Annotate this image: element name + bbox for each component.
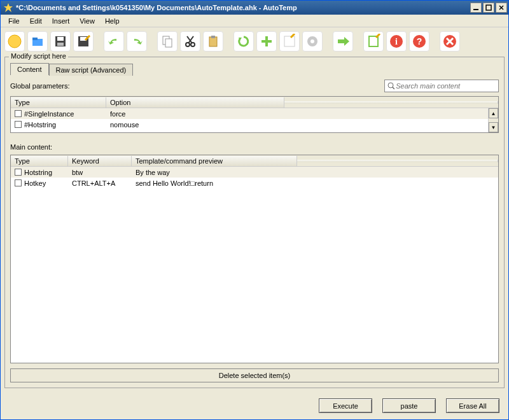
execute-button[interactable]: Execute	[319, 398, 372, 413]
open-icon[interactable]	[27, 31, 48, 52]
main-content-table: Type Keyword Template/command preview Ho…	[10, 155, 499, 363]
search-box[interactable]	[384, 80, 499, 92]
table-row[interactable]: #Hotstring nomouse	[11, 119, 498, 130]
svg-rect-24	[261, 40, 272, 43]
mc-col-preview[interactable]: Template/command preview	[132, 156, 297, 166]
table-row[interactable]: #SingleInstance force	[11, 108, 498, 119]
fieldset-legend: Modify script here	[9, 52, 68, 60]
modify-script-group: Modify script here Content Raw script (A…	[4, 57, 505, 388]
main-content-label: Main content:	[10, 143, 499, 151]
gp-col-type[interactable]: Type	[11, 97, 106, 108]
scroll-down-icon[interactable]: ▼	[489, 122, 498, 132]
new-icon[interactable]	[4, 31, 25, 52]
search-input[interactable]	[394, 81, 496, 90]
erase-all-button[interactable]: Erase All	[446, 398, 499, 413]
svg-rect-25	[284, 36, 295, 46]
svg-point-28	[310, 39, 314, 43]
svg-rect-20	[209, 37, 217, 46]
checkbox[interactable]	[15, 179, 22, 186]
tab-raw-script[interactable]: Raw script (Advanced)	[49, 64, 134, 76]
menu-help[interactable]: Help	[100, 16, 125, 26]
svg-rect-29	[338, 39, 344, 43]
menu-insert[interactable]: Insert	[47, 16, 75, 26]
scrollbar[interactable]: ▲ ▼	[488, 108, 498, 132]
refresh-icon[interactable]	[234, 31, 254, 52]
scroll-up-icon[interactable]: ▲	[489, 108, 498, 118]
close-button[interactable]	[496, 3, 507, 13]
info-icon[interactable]: i	[386, 31, 407, 52]
help-icon[interactable]: ?	[409, 31, 429, 52]
delete-icon[interactable]	[440, 31, 460, 52]
settings-icon[interactable]	[302, 31, 323, 52]
save-icon[interactable]	[50, 31, 71, 52]
redo-icon[interactable]	[127, 31, 147, 52]
add-icon[interactable]	[256, 31, 277, 52]
menu-edit[interactable]: Edit	[25, 16, 47, 26]
checkbox[interactable]	[15, 121, 22, 128]
svg-text:?: ?	[417, 36, 422, 46]
window-title: *C:\Documents and Settings\k0541350\My D…	[16, 4, 470, 11]
svg-marker-30	[344, 37, 349, 46]
menu-file[interactable]: File	[3, 16, 25, 26]
svg-rect-7	[32, 38, 38, 40]
gp-col-option[interactable]: Option	[106, 97, 284, 108]
minimize-button[interactable]	[470, 3, 482, 13]
maximize-button[interactable]	[483, 3, 494, 13]
svg-rect-15	[165, 39, 172, 47]
copy-icon[interactable]	[157, 31, 178, 52]
svg-rect-9	[57, 37, 64, 41]
svg-rect-10	[57, 43, 64, 46]
paste-button[interactable]: paste	[382, 398, 436, 413]
edit-icon[interactable]	[279, 31, 300, 52]
title-bar: *C:\Documents and Settings\k0541350\My D…	[1, 1, 508, 15]
note-icon[interactable]	[363, 31, 384, 52]
svg-marker-0	[4, 3, 13, 12]
app-icon	[3, 3, 13, 13]
delete-selected-button[interactable]: Delete selected item(s)	[10, 368, 499, 382]
svg-rect-1	[473, 9, 478, 10]
save-edit-icon[interactable]	[73, 31, 94, 52]
svg-line-32	[376, 34, 380, 38]
tab-content[interactable]: Content	[10, 63, 49, 75]
menu-bar: File Edit Insert View Help	[1, 15, 508, 27]
table-row[interactable]: Hotkey CTRL+ALT+A send Hello World!□retu…	[11, 178, 498, 188]
svg-point-40	[388, 83, 393, 88]
checkbox[interactable]	[15, 169, 22, 176]
table-row[interactable]: Hotstring btw By the way	[11, 167, 498, 178]
search-icon	[387, 82, 394, 90]
undo-icon[interactable]	[104, 31, 124, 52]
cut-icon[interactable]	[180, 31, 200, 52]
global-parameters-table: Type Option #SingleInstance force #Hotst…	[10, 96, 499, 133]
checkbox[interactable]	[15, 110, 22, 117]
toolbar: i ?	[1, 27, 508, 55]
svg-rect-21	[211, 36, 215, 38]
menu-view[interactable]: View	[74, 16, 100, 26]
mc-col-type[interactable]: Type	[11, 156, 68, 166]
svg-point-5	[8, 35, 21, 48]
svg-rect-2	[486, 5, 491, 10]
mc-col-keyword[interactable]: Keyword	[68, 156, 132, 166]
run-icon[interactable]	[333, 31, 353, 52]
global-parameters-label: Global parameters:	[10, 82, 70, 90]
svg-text:i: i	[395, 37, 398, 46]
paste-icon[interactable]	[203, 31, 223, 52]
